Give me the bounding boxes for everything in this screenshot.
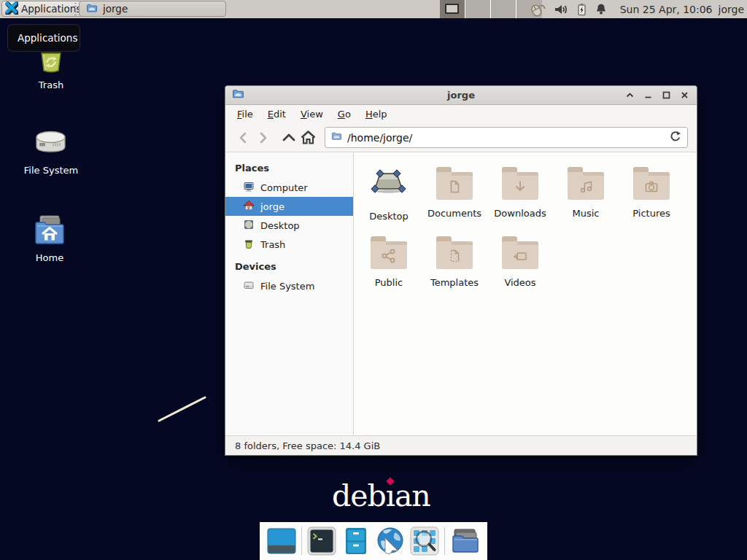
volume-icon[interactable]: [550, 0, 573, 18]
battery-icon[interactable]: [573, 0, 591, 18]
location-input[interactable]: /home/jorge/: [347, 132, 664, 144]
drive-small-icon: [243, 279, 255, 293]
file-item-downloads[interactable]: Downloads: [487, 165, 553, 234]
menubar: File Edit View Go Help: [225, 105, 697, 123]
shade-button[interactable]: [624, 90, 635, 101]
desktop-icon: [243, 219, 255, 233]
top-panel: Applications jorge: [0, 0, 747, 18]
computer-icon: [243, 181, 255, 195]
taskbar-window-label: jorge: [103, 3, 128, 15]
menu-edit[interactable]: Edit: [260, 107, 293, 121]
devices-header: Devices: [225, 257, 353, 276]
tooltip-text: Applications: [18, 32, 77, 44]
statusbar: 8 folders, Free space: 14.4 GiB: [225, 435, 697, 455]
taskbar-window-button[interactable]: jorge: [79, 1, 226, 17]
menu-help[interactable]: Help: [358, 107, 395, 121]
sidebar-item-jorge[interactable]: jorge: [225, 197, 353, 216]
sidebar-item-trash[interactable]: Trash: [225, 235, 353, 254]
desktop-icon-label: Trash: [20, 79, 82, 90]
close-button[interactable]: [678, 90, 690, 101]
toolbar: /home/jorge/: [225, 123, 697, 152]
file-manager-window: jorge File Edit View Go Help: [225, 85, 697, 456]
desktop-icon-home[interactable]: Home: [18, 213, 81, 263]
workspace-3[interactable]: [491, 0, 516, 18]
dock-separator: [301, 527, 302, 555]
folder-video-icon: [502, 234, 538, 269]
file-item-music[interactable]: Music: [553, 165, 619, 234]
file-item-templates[interactable]: Templates: [422, 234, 487, 303]
folder-camera-icon: [633, 165, 670, 200]
file-manager-icon[interactable]: [450, 526, 479, 556]
menu-go[interactable]: Go: [330, 107, 358, 121]
file-item-pictures[interactable]: Pictures: [619, 165, 684, 234]
workspace-1[interactable]: [440, 0, 465, 18]
sidebar-item-label: Trash: [260, 239, 285, 250]
file-item-label: Videos: [504, 277, 535, 288]
sidebar-item-desktop[interactable]: Desktop: [225, 216, 353, 235]
home-icon: [243, 200, 255, 214]
location-bar[interactable]: /home/jorge/: [325, 127, 688, 148]
show-desktop-icon[interactable]: [267, 526, 296, 556]
back-button[interactable]: [234, 128, 253, 147]
file-view[interactable]: Desktop Documents: [354, 153, 697, 435]
terminal-icon[interactable]: [307, 526, 336, 556]
desktop-stroke-artifact: [153, 392, 213, 426]
clock[interactable]: Sun 25 Apr, 10:06: [611, 4, 719, 15]
debian-wordmark: debıan: [332, 478, 430, 513]
home-button[interactable]: [298, 128, 317, 147]
desktop-icon-filesystem[interactable]: File System: [20, 125, 82, 176]
file-item-label: Music: [573, 208, 600, 219]
titlebar[interactable]: jorge: [225, 86, 697, 105]
bell-icon[interactable]: [591, 0, 611, 18]
dock: [260, 522, 487, 560]
mouse-icon[interactable]: [525, 0, 550, 18]
file-item-desktop[interactable]: Desktop: [356, 165, 422, 234]
file-item-label: Desktop: [369, 211, 409, 222]
file-item-label: Public: [375, 277, 403, 288]
file-cabinet-icon[interactable]: [341, 526, 371, 556]
folder-download-icon: [502, 165, 538, 200]
workspace-window-thumb: [445, 4, 459, 14]
file-item-public[interactable]: Public: [356, 234, 422, 303]
location-folder-icon: [331, 131, 342, 144]
forward-button[interactable]: [253, 128, 272, 147]
reload-icon[interactable]: [669, 130, 681, 145]
window-folder-icon: [86, 2, 98, 16]
file-item-label: Documents: [427, 208, 481, 219]
menu-file[interactable]: File: [230, 107, 260, 121]
file-item-videos[interactable]: Videos: [487, 234, 553, 303]
applications-tooltip: Applications: [7, 24, 80, 52]
system-tray: Sun 25 Apr, 10:06 jorge: [525, 0, 746, 18]
debian-text: deb: [332, 478, 386, 513]
sidebar-item-filesystem[interactable]: File System: [225, 276, 353, 295]
dock-separator: [444, 527, 445, 555]
folder-document-icon: [436, 165, 473, 200]
sidebar-item-computer[interactable]: Computer: [225, 178, 353, 197]
sidebar-item-label: Computer: [260, 182, 308, 193]
maximize-button[interactable]: [660, 90, 672, 101]
file-item-documents[interactable]: Documents: [422, 165, 487, 234]
minimize-button[interactable]: [642, 90, 654, 101]
panel-handle[interactable]: [74, 3, 77, 15]
up-button[interactable]: [279, 128, 298, 147]
menu-view[interactable]: View: [293, 107, 330, 121]
file-item-label: Pictures: [632, 208, 670, 219]
file-item-label: Downloads: [494, 208, 546, 219]
trash-small-icon: [243, 238, 255, 252]
desktop[interactable]: Applications jorge: [0, 0, 747, 560]
debian-text: an: [395, 478, 430, 513]
home-folder-icon: [31, 213, 68, 248]
sidebar-item-label: File System: [260, 281, 314, 292]
username-label[interactable]: jorge: [719, 4, 746, 15]
xorg-logo-icon: [5, 1, 18, 17]
statusbar-text: 8 folders, Free space: 14.4 GiB: [235, 440, 380, 451]
desktop-icon-label: File System: [20, 165, 82, 176]
sidebar-item-label: jorge: [260, 201, 285, 212]
web-browser-icon[interactable]: [376, 526, 405, 556]
side-pane: Places Computer: [225, 153, 354, 435]
places-header: Places: [225, 158, 353, 178]
drive-icon: [33, 125, 69, 160]
desktop-icon-label: Home: [18, 252, 81, 263]
workspace-2[interactable]: [465, 0, 491, 18]
app-finder-icon[interactable]: [410, 526, 439, 556]
